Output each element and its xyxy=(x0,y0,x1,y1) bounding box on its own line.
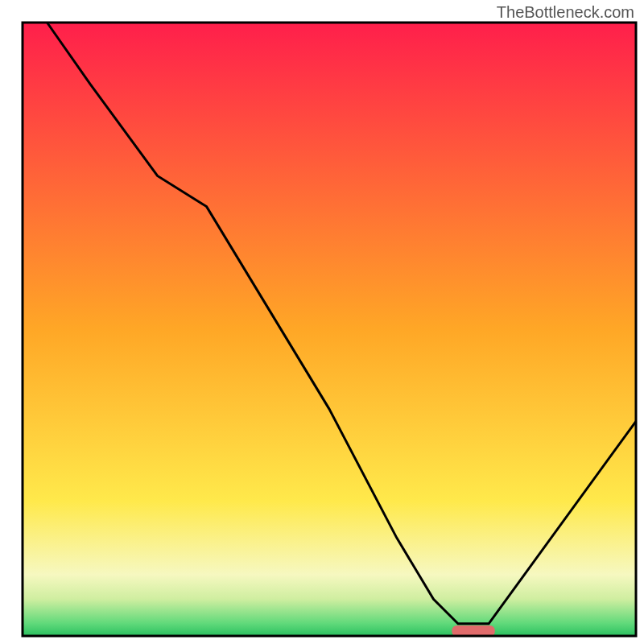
plot-background xyxy=(23,23,636,636)
chart-container: TheBottleneck.com xyxy=(0,0,644,644)
watermark-text: TheBottleneck.com xyxy=(497,3,634,22)
bottleneck-chart xyxy=(0,0,644,644)
